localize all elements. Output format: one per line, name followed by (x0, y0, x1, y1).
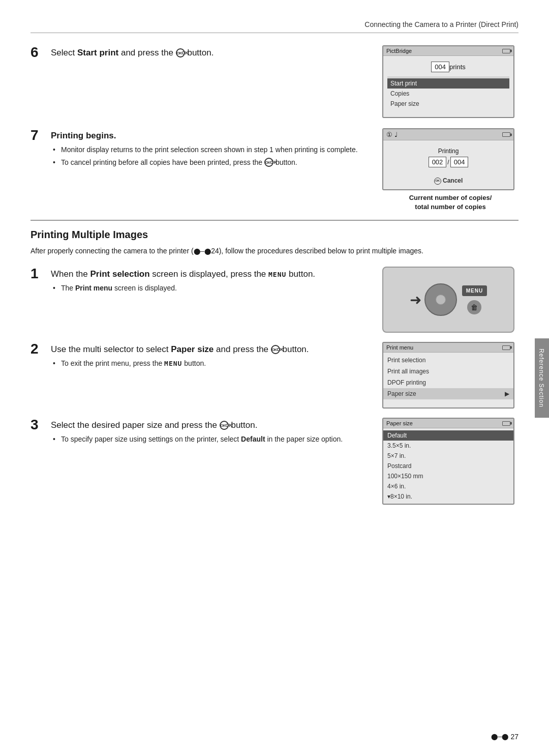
counter-sep: / (447, 159, 449, 166)
step-pm2-title-start: Use the multi selector to select (51, 344, 171, 354)
print-menu-header: Print menu (383, 343, 513, 353)
menu-text-1: MENU (268, 271, 286, 278)
printing-multiple-heading-text: Printing Multiple Images (30, 229, 148, 240)
step-pm2-number: 2 (30, 342, 39, 356)
printing-counter: 002 / 004 (387, 157, 509, 167)
cancel-text: Cancel (443, 177, 463, 184)
step-pm1-number-col: 1 (30, 267, 51, 281)
printing-label: Printing (387, 148, 509, 155)
print-menu-item-3: DPOF printing (383, 377, 513, 388)
paper-size-35x5: 3.5×5 in. (383, 441, 513, 451)
printing-cancel: OK Cancel (387, 176, 509, 186)
camera-body-illustration: ➜ MENU 🗑 (382, 267, 514, 333)
page-container: Connecting the Camera to a Printer (Dire… (0, 0, 549, 756)
caption-line1: Current number of copies/ (409, 194, 492, 201)
reference-tab: Reference Section (535, 338, 549, 418)
step-7-number: 7 (30, 128, 39, 142)
step-7-bullets: Monitor display returns to the print sel… (51, 144, 382, 168)
step-6-body: Select Start print and press the OK butt… (51, 45, 382, 62)
step-pm1-title-end: screen is displayed, press the (150, 269, 266, 279)
paper-size-header: Paper size (383, 419, 513, 428)
trash-button[interactable]: 🗑 (467, 300, 481, 314)
step-pm3-bullets: To specify paper size using settings on … (51, 434, 382, 445)
print-menu-label: Print menu (386, 344, 413, 351)
step-pm2-title-bold: Paper size (171, 344, 214, 354)
step-pm3-bullet-1: To specify paper size using settings on … (53, 434, 382, 445)
paper-size-5x7: 5×7 in. (383, 451, 513, 461)
page-header: Connecting the Camera to a Printer (Dire… (30, 20, 518, 33)
print-menu-bold: Print menu (75, 284, 112, 292)
step-7-title-text: Printing begins. (51, 131, 116, 140)
step-pm1-title-suffix: button. (286, 269, 315, 279)
paper-size-body: Default 3.5×5 in. 5×7 in. Postcard 100×1… (383, 428, 513, 504)
print-menu-screen: Print menu Print selection Print all ima… (382, 342, 514, 409)
step-pm3-row: 3 Select the desired paper size and pres… (30, 418, 518, 505)
paper-size-postcard: Postcard (383, 461, 513, 471)
printing-multiple-intro: After properly connecting the camera to … (30, 246, 518, 256)
step-pm3-title-start: Select the desired paper size and press … (51, 420, 217, 430)
step-pm1-title: When the Print selection screen is displ… (51, 269, 382, 280)
step-pm1-number: 1 (30, 267, 39, 281)
step-pm1-title-start: When the (51, 269, 90, 279)
step-pm2-title-suffix: button. (283, 344, 309, 354)
print-menu-item-4: Paper size ▶ (383, 388, 513, 399)
step-pm2-row: 2 Use the multi selector to select Paper… (30, 342, 518, 409)
pictbridge-header: PictBridge (383, 46, 513, 56)
camera-controls: MENU 🗑 (424, 283, 487, 316)
step-pm1-image: ➜ MENU 🗑 (382, 267, 518, 333)
pictbridge-label: PictBridge (386, 48, 412, 54)
battery-icon-2 (502, 132, 510, 137)
paper-size-screen-label: Paper size (386, 420, 413, 426)
battery-icon-4 (502, 421, 510, 426)
step-6-title: Select Start print and press the OK butt… (51, 47, 382, 59)
step-pm1-bullets: The Print menu screen is displayed. (51, 283, 382, 294)
step-7-number-col: 7 (30, 128, 51, 142)
print-menu-body: Print selection Print all images DPOF pr… (383, 353, 513, 408)
step-pm2-body: Use the multi selector to select Paper s… (51, 342, 382, 371)
step-pm3-image: Paper size Default 3.5×5 in. 5×7 in. Pos… (382, 418, 518, 505)
printing-screen: ① ♩ Printing 002 / 004 OK Cancel (382, 128, 514, 190)
ok-button-icon-pm2: OK (271, 345, 280, 354)
step-6-number: 6 (30, 45, 39, 60)
printing-icons: ① ♩ (386, 131, 398, 138)
step-pm2-image: Print menu Print selection Print all ima… (382, 342, 518, 409)
menu-text-2: MENU (164, 360, 182, 367)
step-pm2-bullets: To exit the print menu, press the MENU b… (51, 358, 382, 369)
pictbridge-screen: PictBridge 004prints Start print Copies … (382, 45, 514, 118)
step-pm3-title: Select the desired paper size and press … (51, 420, 382, 431)
step-pm1-bullet-1: The Print menu screen is displayed. (53, 283, 382, 294)
footer-link-icon: ⬤─⬤ (491, 733, 509, 740)
step-7-image: ① ♩ Printing 002 / 004 OK Cancel (382, 128, 518, 212)
menu-button[interactable]: MENU (462, 285, 487, 296)
step-7-bullet-1-text: Monitor display returns to the print sel… (61, 146, 358, 154)
step-pm3-title-end: button. (231, 420, 257, 430)
counter-current: 002 (429, 157, 447, 167)
dpad-circle (424, 283, 457, 316)
battery-icon (502, 49, 510, 53)
pictbridge-item-start-print: Start print (387, 78, 509, 89)
step-pm2-title-end: and press the (214, 344, 268, 354)
step-pm2-number-col: 2 (30, 342, 51, 356)
printing-body: Printing 002 / 004 OK Cancel (383, 140, 513, 189)
pictbridge-prints: 004prints (387, 63, 509, 71)
dpad-center (436, 295, 446, 305)
ok-button-icon-7: OK (264, 158, 273, 167)
divider-1 (30, 220, 518, 221)
ok-button-icon-pm3: OK (220, 421, 229, 430)
step-pm2-title: Use the multi selector to select Paper s… (51, 344, 382, 355)
print-menu-item-2: Print all images (383, 366, 513, 377)
dpad (424, 283, 457, 316)
paper-size-8x10: ▾8×10 in. (383, 491, 513, 502)
caption-line2: total number of copies (415, 203, 485, 211)
step-7-body: Printing begins. Monitor display returns… (51, 128, 382, 170)
footer-page: 27 (510, 733, 518, 741)
arrow-icon: ▶ (505, 390, 509, 397)
paper-size-screen: Paper size Default 3.5×5 in. 5×7 in. Pos… (382, 418, 514, 505)
step-6-number-col: 6 (30, 45, 51, 60)
paper-size-default: Default (383, 430, 513, 441)
step-6-title-start: Select (51, 48, 77, 57)
step-7-row: 7 Printing begins. Monitor display retur… (30, 128, 518, 212)
step-pm3-number-col: 3 (30, 418, 51, 432)
page-footer: ⬤─⬤ 27 (491, 733, 518, 741)
step-pm1-row: 1 When the Print selection screen is dis… (30, 267, 518, 333)
